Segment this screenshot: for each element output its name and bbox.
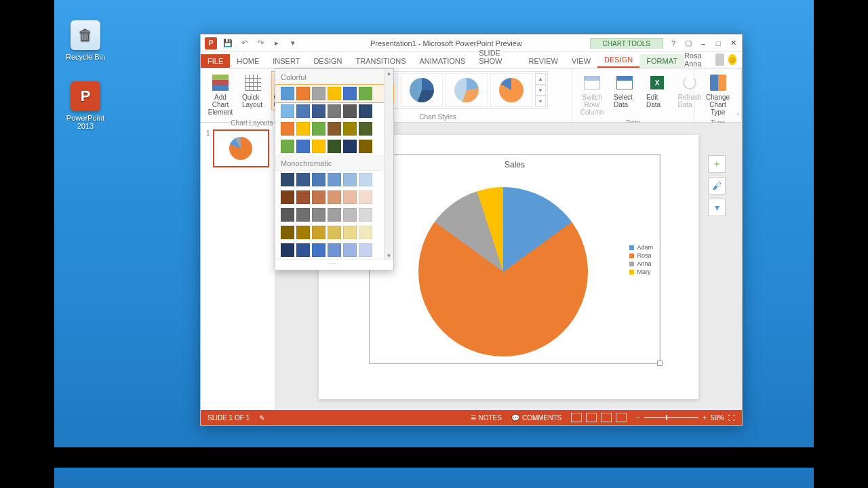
edit-data-button[interactable]: X Edit Data <box>643 71 671 110</box>
desktop-recycle-bin[interactable]: 🗑 Recycle Bin <box>58 20 113 61</box>
minimize-icon[interactable]: – <box>697 38 709 49</box>
color-scheme-option[interactable] <box>275 138 393 155</box>
color-scheme-option[interactable] <box>275 241 393 259</box>
gallery-scroll-up-icon[interactable]: ▲ <box>535 73 546 85</box>
qat-start-show-icon[interactable]: ▸ <box>271 38 282 49</box>
zoom-level: 58% <box>711 414 724 422</box>
color-scheme-option[interactable] <box>275 85 393 102</box>
status-spellcheck-icon[interactable]: ✎ <box>259 414 264 422</box>
chart-object[interactable]: Sales AdamRosaAnnaMary <box>369 154 660 364</box>
qat-customize-icon[interactable]: ▾ <box>288 38 298 49</box>
zoom-in-icon[interactable]: + <box>703 414 707 422</box>
avatar[interactable] <box>715 54 724 66</box>
tab-chart-design[interactable]: DESIGN <box>597 53 639 68</box>
tab-transitions[interactable]: TRANSITIONS <box>349 54 413 68</box>
color-swatch <box>281 173 294 186</box>
palette-resize-grip[interactable]: ···· <box>275 259 393 267</box>
tab-chart-format[interactable]: FORMAT <box>639 54 684 68</box>
maximize-icon[interactable]: □ <box>712 38 724 49</box>
slideshow-view-icon[interactable] <box>616 413 627 422</box>
desktop-powerpoint-shortcut[interactable]: P PowerPoint 2013 <box>58 81 113 130</box>
grid-icon <box>245 75 261 91</box>
gallery-scroll-down-icon[interactable]: ▼ <box>535 85 546 96</box>
color-swatch <box>281 243 294 257</box>
reading-view-icon[interactable] <box>601 413 612 422</box>
chart-style-5[interactable] <box>490 73 532 107</box>
tab-design-main[interactable]: DESIGN <box>307 54 349 68</box>
add-chart-element-label: Add Chart Element <box>208 94 233 116</box>
tab-home[interactable]: HOME <box>230 54 266 68</box>
tab-slideshow[interactable]: SLIDE SHOW <box>472 46 521 68</box>
qat-undo-icon[interactable]: ↶ <box>239 38 250 49</box>
tab-file[interactable]: FILE <box>201 54 230 68</box>
color-swatch <box>296 190 310 204</box>
comments-button[interactable]: 💬 COMMENTS <box>511 414 561 422</box>
palette-header-mono: Monochromatic <box>275 155 393 171</box>
help-icon[interactable]: ? <box>667 38 679 49</box>
tab-review[interactable]: REVIEW <box>522 54 565 68</box>
qat-save-icon[interactable]: 💾 <box>222 38 233 49</box>
gallery-expand-icon[interactable]: ▾ <box>535 96 546 107</box>
color-scheme-option[interactable] <box>275 102 393 120</box>
color-swatch <box>312 243 326 257</box>
color-scheme-option[interactable] <box>275 224 393 241</box>
color-swatch <box>359 122 372 136</box>
color-swatch <box>312 173 326 186</box>
tab-insert[interactable]: INSERT <box>266 54 307 68</box>
close-icon[interactable]: ✕ <box>727 38 739 49</box>
fit-to-window-icon[interactable]: ⛶ <box>728 414 735 422</box>
color-scheme-option[interactable] <box>275 206 393 224</box>
chart-elements-button[interactable]: ＋ <box>708 155 726 173</box>
color-swatch <box>312 122 326 136</box>
change-type-icon <box>710 75 726 91</box>
powerpoint-icon: P <box>71 81 100 111</box>
window-title: Presentation1 - Microsoft PowerPoint Pre… <box>302 39 590 47</box>
color-swatch <box>343 122 357 136</box>
ribbon-options-icon[interactable]: ▢ <box>682 38 694 49</box>
color-scheme-option[interactable] <box>275 188 393 206</box>
ribbon-collapse-icon[interactable]: ˆ <box>737 113 739 121</box>
chart-title: Sales <box>370 155 660 169</box>
chart-filters-button[interactable]: ▾ <box>708 199 726 216</box>
excel-icon: X <box>650 76 664 89</box>
palette-scroll-up-icon[interactable]: ▲ <box>384 69 393 78</box>
chart-style-3[interactable] <box>401 73 443 107</box>
notes-button[interactable]: ≣ NOTES <box>471 414 502 422</box>
legend-item: Rosa <box>629 252 653 259</box>
color-scheme-option[interactable] <box>275 171 393 188</box>
color-swatch <box>296 243 310 257</box>
select-data-icon <box>616 76 633 89</box>
ribbon: Add Chart Element Quick Layout Change Co… <box>201 68 742 123</box>
feedback-icon[interactable]: ☺ <box>728 54 736 65</box>
color-swatch <box>328 140 341 153</box>
qat-redo-icon[interactable]: ↷ <box>255 38 266 49</box>
color-swatch <box>281 226 294 239</box>
sorter-view-icon[interactable] <box>586 413 597 422</box>
slide-thumbnail-1[interactable] <box>213 129 269 167</box>
color-scheme-option[interactable] <box>275 120 393 138</box>
zoom-out-icon[interactable]: − <box>636 414 640 422</box>
palette-header-colorful: Colorful <box>275 69 393 85</box>
edit-data-label: Edit Data <box>646 94 668 108</box>
select-data-button[interactable]: Select Data <box>610 71 639 110</box>
change-type-label: Change Chart Type <box>703 94 732 116</box>
chart-styles-button[interactable]: 🖌 <box>708 177 726 195</box>
tab-animations[interactable]: ANIMATIONS <box>413 54 473 68</box>
normal-view-icon[interactable] <box>571 413 582 422</box>
chart-style-4[interactable] <box>446 73 488 107</box>
add-chart-element-button[interactable]: Add Chart Element <box>206 71 235 118</box>
palette-scroll-down-icon[interactable]: ▼ <box>384 251 393 260</box>
status-slide-indicator: SLIDE 1 OF 1 <box>208 414 250 422</box>
color-swatch <box>328 208 341 222</box>
legend-label: Adam <box>637 244 653 251</box>
color-swatch <box>359 226 372 239</box>
quick-layout-button[interactable]: Quick Layout <box>239 71 267 110</box>
change-chart-type-button[interactable]: Change Chart Type <box>700 71 736 118</box>
powerpoint-window: P 💾 ↶ ↷ ▸ ▾ Presentation1 - Microsoft Po… <box>200 34 743 426</box>
zoom-slider[interactable] <box>644 417 698 418</box>
color-swatch <box>328 226 341 239</box>
color-swatch <box>343 208 357 222</box>
color-swatch <box>312 104 326 118</box>
tab-view[interactable]: VIEW <box>565 54 597 68</box>
switch-row-column-button[interactable]: Switch Row/ Column <box>578 71 606 118</box>
